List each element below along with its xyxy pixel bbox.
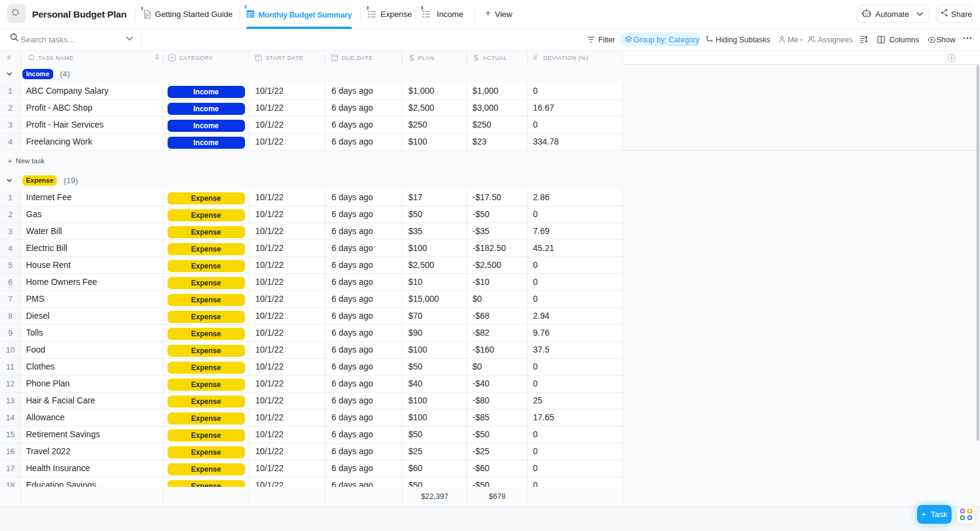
svg-text:1: 1 — [257, 57, 259, 61]
svg-text:31: 31 — [333, 57, 336, 61]
